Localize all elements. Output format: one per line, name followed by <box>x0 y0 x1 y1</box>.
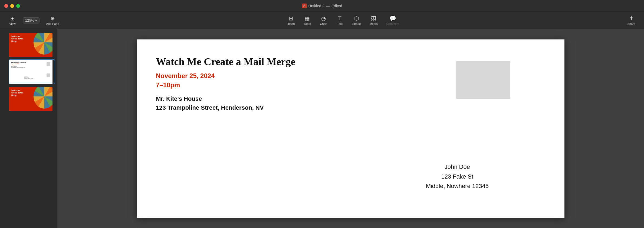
image-placeholder <box>456 61 510 99</box>
zoom-value: 125% <box>25 18 34 22</box>
slide-panel: 1 Watch MeCreate a MailMerge 2 <box>0 29 57 228</box>
thumb2-logo-placeholder <box>47 73 50 77</box>
title-separator: — <box>326 4 330 8</box>
view-icon: ⊞ <box>10 16 15 21</box>
minimize-button[interactable] <box>10 4 14 8</box>
insert-icon: ⊞ <box>289 16 293 21</box>
document-page: Watch Me Create a Mail Merge November 25… <box>137 39 564 218</box>
shape-button[interactable]: ⬡ Shape <box>348 14 365 27</box>
recipient-block: John Doe 123 Fake St Middle, Nowhere 123… <box>426 162 489 191</box>
thumb2-image-placeholder <box>47 62 50 66</box>
document-title: Untitled 2 <box>308 4 324 8</box>
zoom-control[interactable]: 125% ▾ <box>21 16 42 25</box>
recipient-name: John Doe <box>445 163 470 170</box>
text-button[interactable]: T Text <box>332 14 348 27</box>
table-button[interactable]: ▦ Table <box>299 14 316 27</box>
close-button[interactable] <box>4 4 8 8</box>
media-icon: 🖼 <box>371 16 376 21</box>
toolbar: ⊞ View 125% ▾ ⊕ Add Page ⊞ Insert ▦ Tabl… <box>0 12 644 29</box>
venue-line2: 123 Trampoline Street, Henderson, NV <box>156 104 264 111</box>
slide-thumb-2[interactable]: Watch Me Create a Mail Merge November 25… <box>9 59 55 84</box>
venue-line1: Mr. Kite's House <box>156 95 202 102</box>
recipient-city: Middle, Nowhere 12345 <box>426 183 489 189</box>
slide-thumbnail-2[interactable]: 2 Watch Me Create a Mail Merge November … <box>2 59 55 84</box>
media-button[interactable]: 🖼 Media <box>365 14 382 27</box>
thumb2-date-text: November 25, 20247–10pm <box>11 63 51 66</box>
thumb3-title: Watch MeCreate a MailMerge <box>11 89 23 96</box>
add-page-icon: ⊕ <box>50 16 55 21</box>
thumb2-venue-text: Mr. Kite's House123 Trampoline Street, H… <box>11 66 51 68</box>
chart-button[interactable]: ◔ Chart <box>316 14 332 27</box>
canvas-area: Watch Me Create a Mail Merge November 25… <box>57 29 644 228</box>
chart-icon: ◔ <box>321 16 326 21</box>
maximize-button[interactable] <box>16 4 20 8</box>
text-icon: T <box>338 16 341 21</box>
slide-thumb-3[interactable]: Watch MeCreate a MailMerge <box>9 86 55 111</box>
share-button[interactable]: ⬆ Share <box>623 14 640 27</box>
comment-button[interactable]: 💬 Comment <box>382 14 404 27</box>
slide-thumbnail-3[interactable]: Watch MeCreate a MailMerge <box>2 86 55 111</box>
slide-thumbnail-1[interactable]: 1 Watch MeCreate a MailMerge <box>2 32 55 57</box>
date-line1: November 25, 2024 <box>156 72 215 79</box>
table-icon: ▦ <box>305 16 310 21</box>
title-bar: P Untitled 2 — Edited <box>0 0 644 12</box>
view-button[interactable]: ⊞ View <box>4 14 21 27</box>
thumb1-title: Watch MeCreate a MailMerge <box>11 35 23 42</box>
window-title: P Untitled 2 — Edited <box>302 4 342 8</box>
date-line2: 7–10pm <box>156 81 180 89</box>
document-status: Edited <box>331 4 342 8</box>
zoom-chevron-icon: ▾ <box>35 18 37 22</box>
insert-button[interactable]: ⊞ Insert <box>283 14 299 27</box>
add-page-button[interactable]: ⊕ Add Page <box>42 14 63 27</box>
traffic-lights <box>4 4 20 8</box>
thumb2-title-text: Watch Me Create a Mail Merge <box>11 62 51 63</box>
share-icon: ⬆ <box>629 16 634 21</box>
comment-icon: 💬 <box>389 16 396 21</box>
recipient-street: 123 Fake St <box>441 173 473 180</box>
slide-thumb-1[interactable]: Watch MeCreate a MailMerge <box>9 32 55 57</box>
main-content: 1 Watch MeCreate a MailMerge 2 <box>0 29 644 228</box>
shape-icon: ⬡ <box>354 16 359 21</box>
app-icon: P <box>302 4 307 8</box>
